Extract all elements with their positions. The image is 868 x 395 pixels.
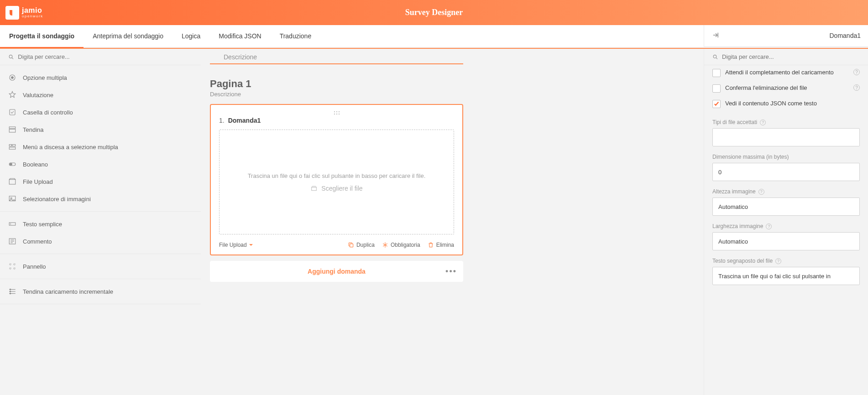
duplicate-button[interactable]: Duplica (348, 242, 375, 248)
page-description[interactable]: Descrizione (210, 91, 695, 98)
help-icon[interactable]: ? (853, 69, 860, 75)
toolbox-panel: Opzione multipla Valutazione Casella di … (0, 49, 201, 395)
trash-icon (428, 242, 434, 248)
prop-json-as-text[interactable]: Vedi il contenuto JSON come testo (712, 96, 860, 112)
toolbox-search (0, 49, 201, 65)
brand-name: jamio (22, 7, 43, 14)
delete-button[interactable]: Elimina (428, 242, 454, 248)
dropzone-text: Trascina un file qui o fai clic sul puls… (248, 172, 426, 179)
tab-preview[interactable]: Anteprima del sondaggio (84, 25, 173, 47)
checkbox-icon[interactable] (712, 84, 721, 93)
properties-search-input[interactable] (722, 53, 860, 60)
toolbox-item-comment[interactable]: Commento (0, 233, 201, 250)
toolbox-item-boolean[interactable]: Booleano (0, 156, 201, 173)
add-question-bar: Aggiungi domanda ••• (210, 261, 463, 282)
toolbox-item-dropdown[interactable]: Tendina (0, 121, 201, 138)
properties-body: Attendi il completamento del caricamento… (704, 65, 868, 395)
delete-label: Elimina (436, 242, 454, 248)
toolbox-item-radiogroup[interactable]: Opzione multipla (0, 69, 201, 86)
toolbox-item-label: Commento (23, 238, 52, 245)
toolbox-item-lazyload-dropdown[interactable]: Tendina caricamento incrementale (0, 283, 201, 300)
svg-point-32 (10, 291, 10, 292)
svg-line-8 (12, 57, 13, 59)
prop-wait-for-upload[interactable]: Attendi il completamento del caricamento… (712, 65, 860, 81)
toolbox-item-label: Booleano (23, 161, 48, 168)
chevron-down-icon (249, 243, 253, 247)
prop-label: Conferma l'eliminazione del file (725, 84, 849, 91)
survey-description[interactable]: Descrizione (210, 49, 695, 63)
question-number: 1. (219, 117, 225, 124)
toolbox-item-label: Tendina caricamento incrementale (23, 288, 113, 295)
tabs-bar: Progetta il sondaggio Anteprima del sond… (0, 25, 868, 48)
main: Opzione multipla Valutazione Casella di … (0, 49, 868, 395)
svg-rect-41 (350, 244, 353, 247)
svg-point-34 (334, 111, 335, 112)
add-question-button[interactable]: Aggiungi domanda (308, 268, 366, 275)
svg-point-39 (338, 114, 339, 114)
help-icon[interactable]: ? (766, 223, 772, 229)
prop-img-height-input[interactable] (712, 198, 860, 216)
toolbox-item-tagbox[interactable]: Menù a discesa a selezione multipla (0, 138, 201, 156)
duplicate-icon (348, 242, 354, 248)
toolbox-item-label: Tendina (23, 126, 44, 133)
toolbox-item-label: Valutazione (23, 92, 53, 99)
file-dropzone[interactable]: Trascina un file qui o fai clic sul puls… (219, 130, 454, 234)
prop-max-size-label: Dimensione massima (in bytes) (712, 154, 860, 160)
tab-json-editor[interactable]: Modifica JSON (209, 25, 270, 47)
toolbox-item-checkbox[interactable]: Casella di controllo (0, 104, 201, 121)
toolbox-search-input[interactable] (18, 53, 193, 60)
svg-rect-16 (9, 147, 16, 150)
svg-rect-13 (9, 129, 16, 132)
properties-panel: Attendi il completamento del caricamento… (704, 49, 868, 395)
page-title[interactable]: Pagina 1 (210, 78, 695, 90)
toolbox-item-file[interactable]: File Upload (0, 173, 201, 190)
prop-confirm-delete[interactable]: Conferma l'eliminazione del file ? (712, 81, 860, 96)
svg-point-33 (10, 293, 10, 294)
toolbox-item-panel[interactable]: Pannello (0, 258, 201, 275)
toolbox-group-choice: Opzione multipla Valutazione Casella di … (0, 65, 201, 212)
brand-subtitle: openwork (22, 14, 43, 18)
help-icon[interactable]: ? (758, 189, 764, 195)
question-footer: File Upload Duplica Obbligatoria Elimina (219, 242, 454, 248)
question-type-label: File Upload (219, 242, 247, 248)
add-question-more-button[interactable]: ••• (445, 267, 457, 276)
question-type-selector[interactable]: File Upload (219, 242, 253, 248)
help-icon[interactable]: ? (853, 84, 860, 91)
tab-designer[interactable]: Progetta il sondaggio (0, 25, 84, 47)
logo-icon (5, 6, 19, 20)
svg-point-37 (334, 114, 335, 114)
required-label: Obbligatoria (391, 242, 420, 248)
help-icon[interactable]: ? (775, 258, 781, 264)
toolbox-item-label: Casella di controllo (23, 109, 73, 116)
choose-file-button[interactable]: Scegliere il file (310, 185, 362, 192)
prop-placeholder-text-input[interactable] (712, 267, 860, 285)
toolbox-item-imagepicker[interactable]: Selezionatore di immagini (0, 190, 201, 208)
toolbox-item-label: Opzione multipla (23, 74, 67, 81)
svg-rect-19 (9, 180, 16, 185)
checkbox-icon[interactable] (712, 100, 721, 108)
duplicate-label: Duplica (356, 242, 375, 248)
prop-placeholder-text-label: Testo segnaposto del file? (712, 258, 860, 264)
prop-max-size-input[interactable] (712, 163, 860, 181)
svg-point-35 (336, 111, 337, 112)
question-title[interactable]: Domanda1 (228, 117, 261, 124)
collapse-right-panel-button[interactable] (711, 31, 720, 41)
required-toggle[interactable]: Obbligatoria (382, 242, 420, 248)
svg-point-18 (10, 163, 12, 166)
tabs-left: Progetta il sondaggio Anteprima del sond… (0, 25, 320, 47)
question-card[interactable]: 1. Domanda1 Trascina un file qui o fai c… (210, 104, 463, 255)
checkbox-icon[interactable] (712, 69, 721, 77)
question-actions: Duplica Obbligatoria Elimina (348, 242, 454, 248)
toolbox-item-rating[interactable]: Valutazione (0, 86, 201, 104)
svg-rect-14 (9, 145, 11, 146)
prop-img-width-input[interactable] (712, 232, 860, 250)
help-icon[interactable]: ? (760, 120, 766, 125)
toolbox-group-container: Pannello (0, 254, 201, 279)
drag-handle-icon[interactable] (219, 109, 454, 117)
svg-rect-40 (312, 187, 317, 190)
tab-logic[interactable]: Logica (173, 25, 209, 47)
toolbox-group-text: Testo semplice Commento (0, 212, 201, 254)
tab-translation[interactable]: Traduzione (271, 25, 321, 47)
toolbox-item-text[interactable]: Testo semplice (0, 215, 201, 233)
prop-accepted-types-input[interactable] (712, 128, 860, 146)
